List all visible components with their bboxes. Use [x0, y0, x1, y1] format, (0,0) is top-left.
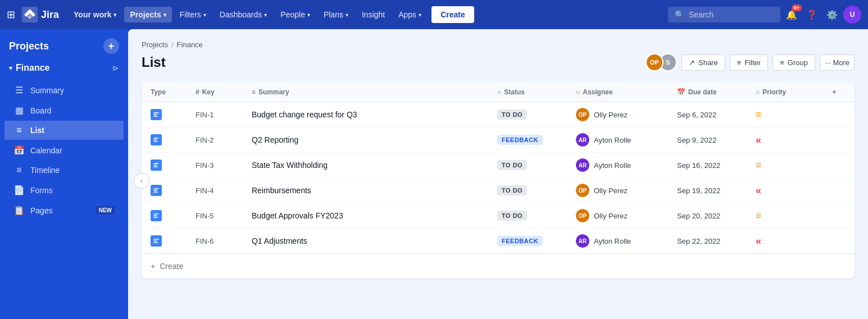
nav-apps[interactable]: Apps ▾ [393, 7, 427, 22]
table-row[interactable]: FIN-6 Q1 Adjustments FEEDBACK AR Ayton R… [142, 229, 855, 253]
avatar-icon: S [666, 59, 670, 66]
create-row[interactable]: + Create [142, 253, 855, 279]
summary-cell: State Tax Withholding [252, 161, 497, 170]
new-badge: NEW [96, 206, 115, 215]
key-cell[interactable]: FIN-6 [196, 236, 252, 245]
issue-key-link[interactable]: FIN-5 [196, 212, 214, 220]
pin-icon[interactable]: ⊳ [112, 63, 119, 72]
due-date-cell: Sep 19, 2022 [677, 186, 756, 195]
table-row[interactable]: FIN-2 Q2 Reporting FEEDBACK AR Ayton Rol… [142, 127, 855, 153]
avatar-img: OP [576, 108, 589, 121]
issue-key-link[interactable]: FIN-4 [196, 186, 214, 195]
settings-button[interactable]: ⚙️ [823, 6, 841, 24]
status-col-label: Status [504, 88, 525, 96]
sidebar-project-header: ▾ Finance ⊳ [0, 61, 128, 80]
issue-key-link[interactable]: FIN-2 [196, 136, 214, 144]
sidebar: Projects + ▾ Finance ⊳ ☰ Summary ▦ Board… [0, 29, 128, 319]
duedate-col-icon: 📅 [677, 88, 685, 96]
nav-people[interactable]: People ▾ [275, 7, 316, 22]
create-button[interactable]: Create [431, 6, 474, 23]
summary-cell: Reimbursements [252, 186, 497, 195]
priority-cell: ≡ [756, 109, 823, 121]
assignee-cell: AR Ayton Rolle [576, 133, 677, 147]
jira-logo-icon [22, 7, 38, 22]
assignee-col-icon: ○ [576, 88, 580, 96]
col-priority: ○ Priority [756, 88, 823, 96]
project-title[interactable]: ▾ Finance [9, 63, 49, 73]
type-col-label: Type [151, 88, 166, 96]
sidebar-item-summary[interactable]: ☰ Summary [4, 80, 124, 100]
filter-button[interactable]: ≡ Filter [730, 54, 768, 71]
nav-dashboards[interactable]: Dashboards ▾ [214, 7, 273, 22]
issue-key-link[interactable]: FIN-6 [196, 237, 214, 245]
issue-key-link[interactable]: FIN-1 [196, 111, 214, 119]
avatar-group: OP S [646, 53, 672, 71]
chevron-down-icon: ▾ [264, 12, 267, 18]
table-row[interactable]: FIN-1 Budget change request for Q3 TO DO… [142, 102, 855, 127]
top-navigation: ⊞ Jira Your work ▾ Projects ▾ Filters ▾ … [0, 0, 868, 29]
table-row[interactable]: FIN-4 Reimbursements TO DO OP Olly Perez… [142, 178, 855, 203]
avatar-img: AR [576, 234, 589, 248]
col-duedate: 📅 Due date [677, 88, 756, 96]
sidebar-item-calendar[interactable]: 📅 Calendar [4, 140, 124, 160]
page-header: List OP S ↗ Share ≡ Filter [142, 53, 855, 71]
board-icon: ▦ [13, 105, 25, 116]
assignee-name: Ayton Rolle [594, 161, 631, 170]
key-cell[interactable]: FIN-4 [196, 186, 252, 195]
key-cell[interactable]: FIN-3 [196, 161, 252, 170]
type-cell [151, 134, 196, 145]
status-badge: TO DO [497, 211, 527, 221]
collapse-sidebar-button[interactable]: ‹ [134, 173, 149, 189]
logo-text: Jira [41, 9, 59, 21]
table-row[interactable]: FIN-3 State Tax Withholding TO DO AR Ayt… [142, 153, 855, 178]
assignee-cell: AR Ayton Rolle [576, 158, 677, 172]
nav-insight[interactable]: Insight [356, 7, 390, 22]
assignee-cell: OP Olly Perez [576, 209, 677, 222]
type-cell [151, 210, 196, 221]
key-cell[interactable]: FIN-2 [196, 135, 252, 144]
col-add[interactable]: + [823, 88, 846, 96]
nav-plans[interactable]: Plans ▾ [318, 7, 354, 22]
summary-col-label: Summary [258, 88, 289, 96]
type-icon [151, 210, 162, 221]
sidebar-item-pages[interactable]: 📋 Pages NEW [4, 200, 124, 220]
avatar-img: AR [576, 158, 589, 172]
key-cell[interactable]: FIN-1 [196, 110, 252, 119]
type-cell [151, 185, 196, 196]
status-cell: FEEDBACK [497, 135, 576, 145]
nav-filters[interactable]: Filters ▾ [174, 7, 212, 22]
nav-your-work[interactable]: Your work ▾ [68, 7, 122, 22]
due-date-cell: Sep 16, 2022 [677, 161, 756, 170]
help-button[interactable]: ❓ [803, 6, 821, 24]
search-box[interactable]: 🔍 Search [668, 7, 780, 22]
group-icon: ≡ [780, 58, 784, 67]
add-project-button[interactable]: + [103, 38, 119, 54]
nav-projects[interactable]: Projects ▾ [124, 7, 171, 22]
more-button[interactable]: ··· More [820, 54, 855, 71]
logo[interactable]: Jira [22, 7, 59, 22]
sidebar-item-timeline[interactable]: ≡ Timeline [4, 161, 124, 180]
assignee-name: Ayton Rolle [594, 237, 631, 245]
status-badge: TO DO [497, 160, 527, 170]
breadcrumb-finance[interactable]: Finance [177, 40, 203, 49]
assignee-avatar: OP [576, 209, 589, 222]
sidebar-item-board[interactable]: ▦ Board [4, 101, 124, 120]
user-avatar[interactable]: U [843, 6, 861, 24]
share-button[interactable]: ↗ Share [681, 54, 725, 71]
chevron-down-icon: ▾ [203, 12, 206, 18]
main-layout: Projects + ▾ Finance ⊳ ☰ Summary ▦ Board… [0, 29, 868, 319]
content-inner: Projects / Finance List OP S ↗ Share [128, 29, 868, 290]
sidebar-item-forms[interactable]: 📄 Forms [4, 180, 124, 200]
grid-icon[interactable]: ⊞ [7, 8, 15, 21]
summary-cell: Budget Approvals FY2023 [252, 211, 497, 220]
table-row[interactable]: FIN-5 Budget Approvals FY2023 TO DO OP O… [142, 203, 855, 229]
type-icon [151, 109, 162, 120]
notifications-button[interactable]: 🔔 9+ [783, 6, 801, 24]
issue-key-link[interactable]: FIN-3 [196, 161, 214, 170]
breadcrumb-projects[interactable]: Projects [142, 40, 168, 49]
key-cell[interactable]: FIN-5 [196, 211, 252, 220]
sidebar-item-list[interactable]: ≡ List [4, 121, 124, 140]
timeline-icon: ≡ [13, 165, 25, 175]
group-button[interactable]: ≡ Group [772, 54, 815, 71]
key-col-label: Key [202, 88, 215, 96]
